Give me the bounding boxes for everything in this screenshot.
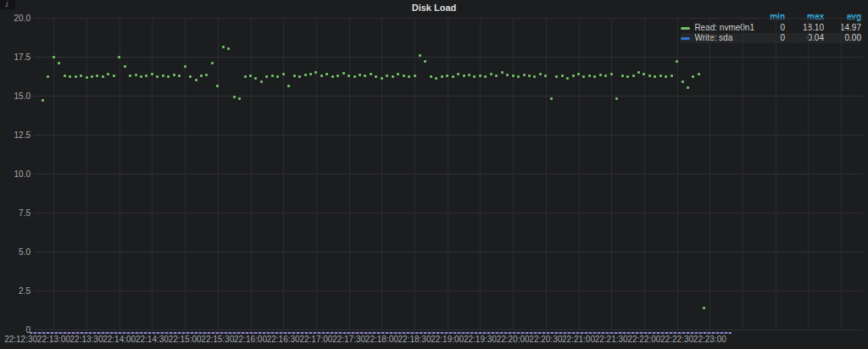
x-axis-tick-label: 22:14:00	[103, 335, 136, 344]
y-axis-tick-label: 10.0	[3, 170, 31, 179]
y-axis-tick-label: 20.0	[3, 14, 31, 23]
write-series-line	[30, 332, 732, 334]
x-axis-tick-label: 22:15:30	[201, 335, 234, 344]
x-axis-tick-label: 22:17:00	[299, 335, 332, 344]
y-axis-tick-label: 0	[3, 326, 31, 335]
disk-load-panel: i Disk Load minmaxavgRead: nvme0n1018.10…	[0, 0, 868, 349]
x-axis-tick-label: 22:14:30	[136, 335, 169, 344]
x-axis-tick-label: 22:19:30	[464, 335, 497, 344]
x-axis-tick-label: 22:23:00	[693, 335, 726, 344]
x-axis-tick-label: 22:21:30	[595, 335, 628, 344]
x-axis-tick-label: 22:13:30	[70, 335, 103, 344]
y-axis-tick-label: 7.5	[3, 209, 31, 218]
y-gridline	[34, 330, 863, 330]
y-axis-tick-label: 5.0	[3, 248, 31, 257]
x-axis-tick-label: 22:18:00	[365, 335, 398, 344]
x-axis-tick-label: 22:19:00	[431, 335, 464, 344]
plot-hover-region[interactable]	[34, 18, 863, 330]
x-axis-tick-label: 22:17:30	[332, 335, 365, 344]
x-axis-tick-label: 22:12:30	[4, 335, 37, 344]
y-axis-tick-label: 15.0	[3, 92, 31, 101]
x-axis-tick-label: 22:22:30	[660, 335, 693, 344]
x-axis-tick-label: 22:20:30	[529, 335, 562, 344]
x-axis-tick-label: 22:20:00	[497, 335, 530, 344]
x-axis-tick-label: 22:13:00	[37, 335, 70, 344]
x-axis-tick-label: 22:21:00	[562, 335, 595, 344]
y-axis-tick-label: 12.5	[3, 131, 31, 140]
y-axis-tick-label: 2.5	[3, 287, 31, 296]
x-axis-tick-label: 22:18:30	[398, 335, 431, 344]
x-axis-tick-label: 22:15:00	[169, 335, 202, 344]
x-axis-tick-label: 22:22:00	[627, 335, 660, 344]
x-axis-tick-label: 22:16:30	[267, 335, 300, 344]
y-axis-tick-label: 17.5	[3, 53, 31, 62]
x-axis-tick-label: 22:16:00	[234, 335, 267, 344]
